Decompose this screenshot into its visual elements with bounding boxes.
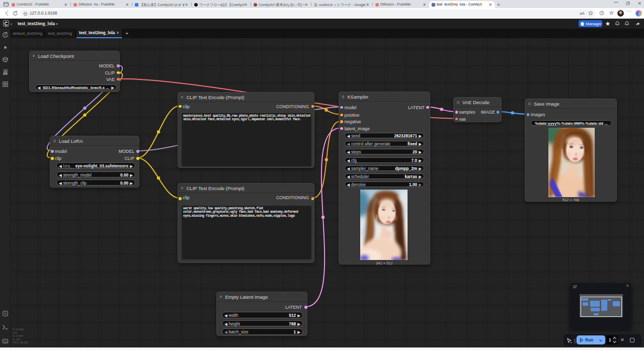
svg-text:5: 5 bbox=[5, 34, 6, 37]
